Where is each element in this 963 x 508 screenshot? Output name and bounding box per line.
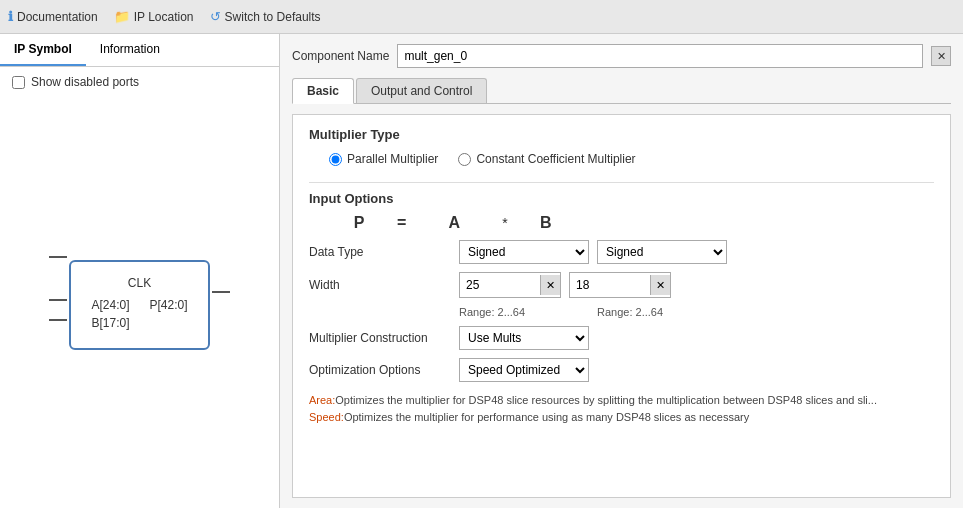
b-row: B[17:0] <box>91 316 187 330</box>
optimization-label: Optimization Options <box>309 363 459 377</box>
info-area-text: Area:Optimizes the multiplier for DSP48 … <box>309 392 934 409</box>
info-text: Area:Optimizes the multiplier for DSP48 … <box>309 392 934 425</box>
data-type-label: Data Type <box>309 245 459 259</box>
input-options-title: Input Options <box>309 191 934 206</box>
radio-constant-input[interactable] <box>458 153 471 166</box>
optimization-row: Optimization Options Speed Optimized Are… <box>309 358 934 382</box>
tab-output-control[interactable]: Output and Control <box>356 78 487 103</box>
show-disabled-row: Show disabled ports <box>0 67 279 97</box>
width-label: Width <box>309 278 459 292</box>
toolbar: ℹ Documentation 📁 IP Location ↺ Switch t… <box>0 0 963 34</box>
a-p-row: A[24:0] P[42:0] <box>91 298 187 312</box>
eq-label: = <box>397 214 406 232</box>
main-layout: IP Symbol Information Show disabled port… <box>0 34 963 508</box>
comp-name-clear-button[interactable]: ✕ <box>931 46 951 66</box>
multiplier-type-title: Multiplier Type <box>309 127 934 142</box>
data-type-b-select[interactable]: Signed Unsigned <box>597 240 727 264</box>
documentation-link[interactable]: ℹ Documentation <box>8 9 98 24</box>
divider-1 <box>309 182 934 183</box>
optimization-select[interactable]: Speed Optimized Area Optimized Low Laten… <box>459 358 589 382</box>
speed-label: Speed: <box>309 411 344 423</box>
width-a-clear[interactable]: ✕ <box>540 275 560 295</box>
content-tabs: Basic Output and Control <box>292 78 951 104</box>
left-panel: IP Symbol Information Show disabled port… <box>0 34 280 508</box>
info-icon: ℹ <box>8 9 13 24</box>
range-a: Range: 2...64 <box>459 306 597 318</box>
a-port-label: A[24:0] <box>91 298 129 312</box>
right-panel: Component Name ✕ Basic Output and Contro… <box>280 34 963 508</box>
range-b: Range: 2...64 <box>597 306 735 318</box>
show-disabled-label: Show disabled ports <box>31 75 139 89</box>
p-label: P <box>329 214 389 232</box>
mult-construction-row: Multiplier Construction Use Mults Use LU… <box>309 326 934 350</box>
optimization-controls: Speed Optimized Area Optimized Low Laten… <box>459 358 589 382</box>
clk-wire <box>49 256 67 258</box>
width-a-input[interactable] <box>460 273 540 297</box>
switch-defaults-label: Switch to Defaults <box>225 10 321 24</box>
radio-parallel-input[interactable] <box>329 153 342 166</box>
radio-parallel[interactable]: Parallel Multiplier <box>329 152 438 166</box>
component-name-row: Component Name ✕ <box>292 44 951 68</box>
p-wire-right <box>212 291 230 293</box>
width-b-input[interactable] <box>570 273 650 297</box>
data-type-controls: Signed Unsigned Signed Unsigned <box>459 240 727 264</box>
mult-construction-controls: Use Mults Use LUTs Use Fabric <box>459 326 589 350</box>
show-disabled-checkbox[interactable] <box>12 76 25 89</box>
tab-information[interactable]: Information <box>86 34 174 66</box>
b-wire-left <box>49 319 67 321</box>
b-label: B <box>516 214 576 232</box>
mult-construction-select[interactable]: Use Mults Use LUTs Use Fabric <box>459 326 589 350</box>
a-label: A <box>414 214 494 232</box>
radio-constant[interactable]: Constant Coefficient Multiplier <box>458 152 635 166</box>
switch-defaults-link[interactable]: ↺ Switch to Defaults <box>210 9 321 24</box>
content-area: Multiplier Type Parallel Multiplier Cons… <box>292 114 951 498</box>
range-row: Range: 2...64 Range: 2...64 <box>459 306 934 318</box>
clk-port: CLK <box>91 276 187 290</box>
refresh-icon: ↺ <box>210 9 221 24</box>
width-controls: ✕ ✕ <box>459 272 671 298</box>
b-port-label: B[17:0] <box>91 316 129 330</box>
documentation-label: Documentation <box>17 10 98 24</box>
comp-name-label: Component Name <box>292 49 389 63</box>
ip-location-label: IP Location <box>134 10 194 24</box>
width-b-wrapper: ✕ <box>569 272 671 298</box>
left-tabs: IP Symbol Information <box>0 34 279 67</box>
star-label: * <box>502 215 507 231</box>
ip-location-link[interactable]: 📁 IP Location <box>114 9 194 24</box>
location-icon: 📁 <box>114 9 130 24</box>
tab-ip-symbol[interactable]: IP Symbol <box>0 34 86 66</box>
mult-construction-label: Multiplier Construction <box>309 331 459 345</box>
width-a-wrapper: ✕ <box>459 272 561 298</box>
p-port-label: P[42:0] <box>150 298 188 312</box>
comp-name-input[interactable] <box>397 44 923 68</box>
multiplier-type-options: Parallel Multiplier Constant Coefficient… <box>329 152 934 166</box>
symbol-area: CLK A[24:0] P[42:0] B[17:0] <box>0 97 279 508</box>
data-type-row: Data Type Signed Unsigned Signed Unsigne… <box>309 240 934 264</box>
a-wire-left <box>49 299 67 301</box>
data-type-a-select[interactable]: Signed Unsigned <box>459 240 589 264</box>
info-speed-text: Speed:Optimizes the multiplier for perfo… <box>309 409 934 426</box>
width-row: Width ✕ ✕ <box>309 272 934 298</box>
area-label: Area: <box>309 394 335 406</box>
symbol-box: CLK A[24:0] P[42:0] B[17:0] <box>69 260 209 350</box>
width-b-clear[interactable]: ✕ <box>650 275 670 295</box>
tab-basic[interactable]: Basic <box>292 78 354 104</box>
pab-row: P = A * B <box>329 214 934 232</box>
